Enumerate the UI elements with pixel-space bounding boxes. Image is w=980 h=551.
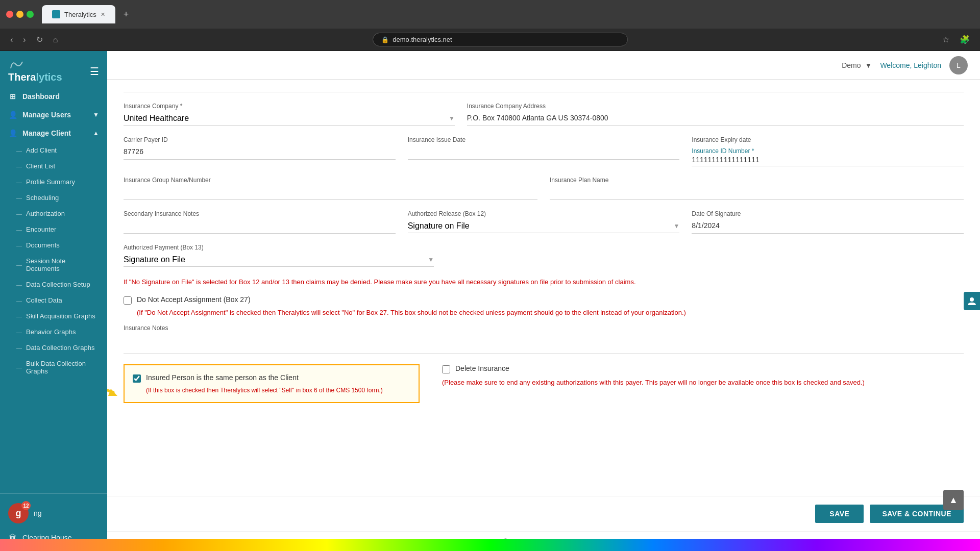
sidebar-item-profile-summary[interactable]: Profile Summary [0,174,107,190]
delete-insurance-note: (Please make sure to end any existing au… [442,378,964,388]
sidebar-item-scheduling-bottom[interactable]: g 12 ng [0,498,107,529]
sidebar-item-scheduling[interactable]: Scheduling [0,190,107,206]
sidebar-sub-label: Session Note Documents [26,257,99,272]
sidebar-item-data-collection-graphs[interactable]: Data Collection Graphs [0,340,107,356]
carrier-payer-label: Carrier Payer ID [124,136,396,143]
sidebar-item-documents[interactable]: Documents [0,237,107,253]
sidebar-item-client-list[interactable]: Client List [0,158,107,174]
authorized-payment-value[interactable]: Signature on File ▼ [124,253,434,267]
manage-client-icon: 👤 [8,129,17,137]
authorized-release-row: Secondary Insurance Notes Authorized Rel… [124,210,964,234]
lock-icon: 🔒 [381,36,389,43]
close-window-button[interactable] [6,11,13,18]
insurance-issue-date-label: Insurance Issue Date [408,136,680,143]
maximize-window-button[interactable] [27,11,34,18]
refresh-button[interactable]: ↻ [34,33,45,46]
chevron-down-icon: ▼ [449,115,455,122]
insurance-plan-value[interactable] [550,186,964,200]
insured-person-note: (If this box is checked then Theralytics… [146,387,410,394]
delete-insurance-label[interactable]: Delete Insurance [455,364,509,372]
sidebar: Theralytics ☰ ⊞ Dashboard 👤 Manage Users… [0,51,107,551]
sidebar-item-session-note-docs[interactable]: Session Note Documents [0,253,107,277]
action-row: SAVE SAVE & CONTINUE [107,496,980,531]
authorized-release-label: Authorized Release (Box 12) [408,210,680,217]
sidebar-item-label: Manage Client [22,129,71,137]
authorized-release-field: Authorized Release (Box 12) Signature on… [408,210,680,233]
secondary-insurance-value[interactable] [124,219,396,234]
window-controls[interactable] [6,11,34,18]
bookmark-button[interactable]: ☆ [940,33,951,46]
sidebar-item-authorization[interactable]: Authorization [0,206,107,221]
authorized-payment-field: Authorized Payment (Box 13) Signature on… [124,244,434,267]
authorized-release-value[interactable]: Signature on File ▼ [408,219,680,233]
box27-label[interactable]: Do Not Accept Assignment (Box 27) [137,295,251,304]
insured-person-checkbox[interactable] [133,374,141,383]
sidebar-logo: Theralytics ☰ [0,51,107,87]
date-of-signature-value: 8/1/2024 [692,219,964,234]
sidebar-item-encounter[interactable]: Encounter [0,221,107,237]
insurance-plan-label: Insurance Plan Name [550,177,964,184]
notification-badge: 12 [21,501,31,510]
sidebar-sub-label: Client List [26,162,55,170]
sidebar-sub-label: Documents [26,241,60,249]
sidebar-sub-label: Authorization [26,210,65,217]
carrier-payer-value: 87726 [124,145,396,160]
authorized-payment-label: Authorized Payment (Box 13) [124,244,434,251]
hamburger-menu[interactable]: ☰ [90,65,99,78]
demo-select-container[interactable]: Demo ▼ [842,61,872,69]
back-button[interactable]: ‹ [8,33,15,46]
sidebar-sub-label: Behavior Graphs [26,328,76,336]
save-button[interactable]: SAVE [815,505,864,523]
sidebar-sub-label: Skill Acquisition Graphs [26,312,95,320]
insurance-issue-date-value[interactable] [408,145,680,160]
sidebar-item-manage-users[interactable]: 👤 Manage Users ▼ [0,106,107,124]
sidebar-item-dashboard[interactable]: ⊞ Dashboard [0,87,107,106]
minimize-window-button[interactable] [16,11,23,18]
insurance-id-blue-label: Insurance ID Number * [692,147,964,155]
sidebar-item-behavior-graphs[interactable]: Behavior Graphs [0,324,107,340]
chevron-down-icon: ▼ [428,256,434,263]
insurance-notes-label: Insurance Notes [124,324,964,332]
url-input[interactable]: 🔒 demo.theralytics.net [373,33,628,46]
section-divider [124,92,964,92]
insurance-company-value[interactable]: United Healthcare ▼ [124,112,455,126]
group-plan-row: Insurance Group Name/Number Insurance Pl… [124,177,964,200]
carrier-payer-row: Carrier Payer ID 87726 Insurance Issue D… [124,136,964,166]
sidebar-item-add-client[interactable]: Add Client [0,142,107,158]
extensions-button[interactable]: 🧩 [958,33,972,46]
sidebar-sub-label: Bulk Data Collection Graphs [26,360,99,375]
sidebar-item-label: Manage Users [22,111,71,119]
sidebar-item-manage-client[interactable]: 👤 Manage Client ▲ [0,124,107,142]
tab-title: Theralytics [64,11,96,18]
chevron-down-icon: ▼ [865,61,872,69]
sidebar-item-skill-acquisition[interactable]: Skill Acquisition Graphs [0,308,107,324]
avatar-letter: g [16,508,21,519]
scheduling-label: ng [34,509,42,517]
sidebar-item-collect-data[interactable]: Collect Data [0,292,107,308]
insured-person-label[interactable]: Insured Person is the same person as the… [146,373,299,382]
sidebar-sub-label: Profile Summary [26,178,75,186]
box27-checkbox[interactable] [124,296,132,305]
insurance-group-field: Insurance Group Name/Number [124,177,537,200]
browser-tab[interactable]: Theralytics ✕ [42,5,115,23]
sidebar-item-data-collection-setup[interactable]: Data Collection Setup [0,277,107,292]
insurance-address-field: Insurance Company Address P.O. Box 74080… [467,103,964,126]
profile-sidebar-toggle[interactable] [964,292,980,310]
insurance-group-label: Insurance Group Name/Number [124,177,537,184]
delete-insurance-section: Delete Insurance (Please make sure to en… [432,364,964,388]
scroll-to-top-button[interactable]: ▲ [943,490,964,510]
browser-chrome: Theralytics ✕ + [0,0,980,29]
new-tab-button[interactable]: + [119,9,133,20]
insured-person-section: Insured Person is the same person as the… [124,364,420,403]
insurance-notes-value[interactable] [124,334,964,354]
sidebar-item-bulk-data-collection[interactable]: Bulk Data Collection Graphs [0,356,107,379]
tab-close-button[interactable]: ✕ [101,11,105,18]
home-button[interactable]: ⌂ [51,33,60,46]
sidebar-sub-label: Data Collection Graphs [26,344,94,352]
insurance-expiry-value: Insurance ID Number * 11111111111111111 [692,145,964,166]
sidebar-navigation: ⊞ Dashboard 👤 Manage Users ▼ 👤 Manage Cl… [0,87,107,493]
delete-insurance-checkbox[interactable] [442,365,450,373]
insurance-group-value[interactable] [124,186,537,200]
forward-button[interactable]: › [21,33,28,46]
insurance-expiry-label: Insurance Expiry date [692,136,964,143]
